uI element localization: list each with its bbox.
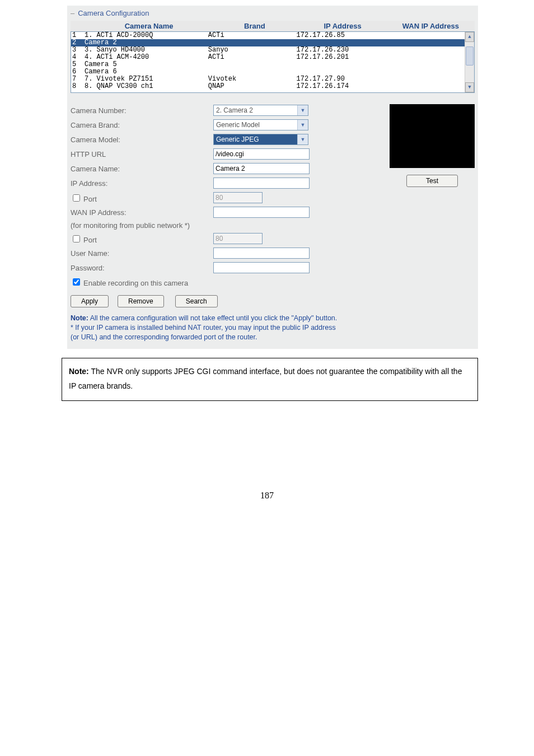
section-title-text: Camera Configuration	[78, 9, 149, 17]
note-line1: All the camera configuration will not ta…	[88, 314, 337, 322]
scroll-track[interactable]	[465, 42, 474, 82]
password-input[interactable]	[213, 262, 310, 273]
search-button[interactable]: Search	[175, 295, 218, 307]
scrollbar[interactable]: ▲ ▼	[465, 32, 474, 92]
label-wan: WAN IP Address:	[71, 208, 213, 217]
header-brand: Brand	[210, 21, 298, 31]
header-wan: WAN IP Address	[387, 21, 475, 31]
camera-model-value: Generic JPEG	[214, 136, 297, 143]
camera-number-value: 2. Camera 2	[214, 106, 297, 114]
test-button[interactable]: Test	[406, 175, 458, 187]
label-camera-model: Camera Model:	[71, 136, 213, 144]
http-url-input[interactable]	[213, 148, 310, 160]
camera-model-select[interactable]: Generic JPEG ▼	[213, 134, 308, 145]
scroll-up-icon[interactable]: ▲	[465, 32, 474, 42]
camera-brand-select[interactable]: Generic Model ▼	[213, 119, 308, 130]
port1-checkbox[interactable]	[73, 194, 80, 202]
label-password: Password:	[71, 264, 213, 272]
chevron-down-icon[interactable]: ▼	[297, 120, 308, 130]
label-user: User Name:	[71, 249, 213, 258]
scroll-thumb[interactable]	[466, 46, 474, 66]
label-port2: Port	[83, 236, 97, 244]
table-row[interactable]: 44. ACTi ACM-4200ACTi172.17.26.201	[71, 54, 474, 61]
port1-input[interactable]	[213, 192, 263, 203]
header-ip: IP Address	[298, 21, 386, 31]
section-title: –Camera Configuration	[71, 8, 475, 21]
camera-listbox[interactable]: 11. ACTi ACD-2000QACTi172.17.26.852Camer…	[71, 31, 475, 93]
remove-button[interactable]: Remove	[118, 295, 164, 307]
label-ip: IP Address:	[71, 179, 213, 188]
outer-note-body: The NVR only supports JPEG CGI command i…	[69, 367, 462, 391]
port2-checkbox[interactable]	[73, 235, 80, 242]
list-header: Camera Name Brand IP Address WAN IP Addr…	[71, 21, 475, 31]
label-camera-number: Camera Number:	[71, 106, 213, 115]
scroll-down-icon[interactable]: ▼	[465, 82, 474, 92]
outer-note-prefix: Note:	[69, 367, 89, 376]
panel-note: Note: All the camera configuration will …	[71, 314, 475, 342]
note-line2: * If your IP camera is installed behind …	[71, 324, 336, 332]
label-enable-recording: Enable recording on this camera	[83, 279, 188, 287]
table-row[interactable]: 88. QNAP VC300 ch1QNAP172.17.26.174	[71, 83, 474, 90]
label-camera-name: Camera Name:	[71, 165, 213, 173]
note-line3: (or URL) and the corresponding forwarded…	[71, 333, 257, 341]
note-prefix: Note:	[71, 314, 88, 322]
camera-name-input[interactable]	[213, 163, 310, 174]
camera-config-panel: –Camera Configuration Camera Name Brand …	[67, 6, 478, 349]
public-network-note: (for monitoring from public network *)	[71, 221, 190, 230]
port2-input[interactable]	[213, 233, 263, 244]
chevron-down-icon[interactable]: ▼	[297, 134, 308, 144]
label-camera-brand: Camera Brand:	[71, 121, 213, 129]
dash-icon: –	[71, 9, 74, 17]
label-http-url: HTTP URL	[71, 150, 213, 158]
enable-recording-checkbox[interactable]	[73, 278, 80, 286]
table-row[interactable]: 5Camera 5	[71, 61, 474, 68]
apply-button[interactable]: Apply	[71, 295, 109, 307]
page-number: 187	[0, 491, 534, 501]
camera-form: Camera Number: 2. Camera 2 ▼ Camera Bran…	[71, 103, 475, 309]
table-row[interactable]: 11. ACTi ACD-2000QACTi172.17.26.85	[71, 32, 474, 39]
chevron-down-icon[interactable]: ▼	[297, 105, 308, 115]
header-name: Camera Name	[87, 21, 210, 31]
ip-input[interactable]	[213, 178, 310, 189]
camera-preview	[390, 104, 475, 168]
label-port1: Port	[83, 195, 97, 203]
camera-brand-value: Generic Model	[214, 121, 297, 129]
document-note: Note: The NVR only supports JPEG CGI com…	[62, 358, 478, 401]
wan-input[interactable]	[213, 207, 310, 218]
user-input[interactable]	[213, 248, 310, 259]
camera-number-select[interactable]: 2. Camera 2 ▼	[213, 105, 308, 116]
